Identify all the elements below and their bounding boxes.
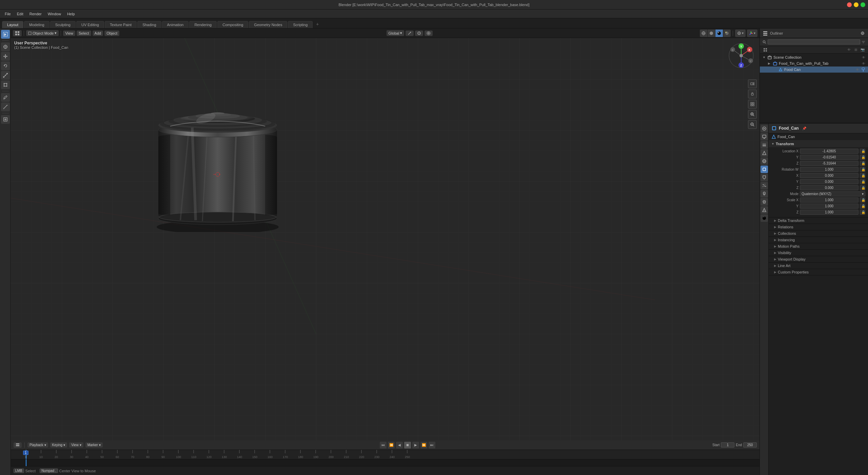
tab-uv-editing[interactable]: UV Editing (76, 21, 104, 28)
custom-properties-header[interactable]: ▶ Custom Properties (769, 269, 868, 275)
food-tin-eye[interactable]: 👁 (862, 62, 865, 65)
tab-shading[interactable]: Shading (137, 21, 161, 28)
location-y-value[interactable]: -0.61540 (800, 155, 859, 160)
object-menu-button[interactable]: Object (104, 31, 119, 36)
view-menu[interactable]: View ▾ (69, 442, 83, 448)
tab-scripting[interactable]: Scripting (288, 21, 313, 28)
jump-back-button[interactable]: ⏪ (388, 442, 395, 449)
tool-add-object[interactable] (1, 115, 10, 124)
select-menu-button[interactable]: Select (77, 31, 91, 36)
view-all-button[interactable] (748, 100, 757, 109)
marker-menu[interactable]: Marker ▾ (85, 442, 103, 448)
outliner-editor-icon[interactable] (763, 31, 768, 36)
tab-animation[interactable]: Animation (162, 21, 189, 28)
3d-viewport[interactable]: Object Mode ▾ View Select Add Object Glo… (11, 28, 760, 440)
menu-render[interactable]: Render (27, 11, 44, 17)
motion-paths-header[interactable]: ▶ Motion Paths (769, 243, 868, 249)
prop-tab-particles[interactable] (761, 182, 768, 189)
prop-tab-object[interactable] (761, 166, 768, 173)
location-x-lock[interactable]: 🔒 (860, 149, 865, 154)
rotation-w-value[interactable]: 1.000 (800, 167, 859, 172)
scale-z-lock[interactable]: 🔒 (860, 210, 865, 215)
collections-header[interactable]: ▶ Collections (769, 230, 868, 236)
scale-x-lock[interactable]: 🔒 (860, 197, 865, 203)
gizmo-button[interactable]: ▾ (747, 30, 757, 37)
tool-rotate[interactable] (1, 61, 10, 70)
prop-tab-data[interactable] (761, 206, 768, 214)
rotation-w-lock[interactable]: 🔒 (860, 167, 865, 172)
editor-type-tl-button[interactable] (14, 442, 22, 448)
outliner-food-tin-can-obj[interactable]: ▶ Food_Tin_Can_with_Pull_Tab 👁 (760, 60, 868, 66)
prop-tab-physics[interactable] (761, 190, 768, 197)
navigation-gizmo[interactable]: X X Y Y (728, 42, 755, 69)
jump-to-end-button[interactable]: ⏭ (429, 442, 435, 449)
outliner-food-can-mesh[interactable]: ▶ Food Can 👁 (760, 66, 868, 73)
add-menu-button[interactable]: Add (93, 31, 103, 36)
tab-compositing[interactable]: Compositing (217, 21, 248, 28)
transform-orientation-button[interactable] (406, 31, 414, 36)
close-window-button[interactable] (847, 2, 852, 7)
current-frame-box[interactable]: 1 (23, 451, 28, 455)
prop-tab-render[interactable] (761, 125, 768, 132)
tab-texture-paint[interactable]: Texture Paint (105, 21, 137, 28)
tab-sculpting[interactable]: Sculpting (50, 21, 76, 28)
tab-rendering[interactable]: Rendering (189, 21, 217, 28)
play-reverse-button[interactable]: ◀ (396, 442, 403, 449)
filter-eye-icon[interactable]: 👁 (846, 47, 852, 53)
tool-annotate[interactable] (1, 93, 10, 102)
menu-edit[interactable]: Edit (14, 11, 26, 17)
playback-menu[interactable]: Playback ▾ (27, 442, 48, 448)
prop-tab-scene[interactable] (761, 149, 768, 157)
visibility-header[interactable]: ▶ Visibility (769, 250, 868, 256)
location-x-value[interactable]: -1.42805 (800, 149, 859, 154)
maximize-window-button[interactable] (861, 2, 865, 7)
tool-scale[interactable] (1, 71, 10, 80)
location-z-value[interactable]: -5.31644 (800, 161, 859, 166)
scene-collection-eye[interactable]: 👁 (862, 56, 865, 59)
stop-button[interactable]: ⏹ (404, 442, 411, 449)
tool-cursor[interactable] (1, 42, 10, 51)
overlay-button[interactable]: ▾ (735, 30, 746, 37)
proportional-edit-button[interactable] (425, 31, 433, 36)
timeline-track-area[interactable] (11, 459, 760, 466)
camera-view-button[interactable] (748, 79, 757, 88)
outliner-options-icon[interactable] (860, 31, 865, 36)
rotation-y-value[interactable]: 0.000 (800, 179, 859, 184)
filter-all-icon[interactable] (763, 47, 768, 53)
food-can-eye[interactable]: 👁 (856, 68, 859, 72)
rotation-x-value[interactable]: 0.000 (800, 173, 859, 178)
shading-rendered-btn[interactable] (723, 30, 731, 37)
scale-y-value[interactable]: 1.000 (800, 204, 859, 209)
rotation-x-lock[interactable]: 🔒 (860, 173, 865, 178)
tool-select[interactable] (1, 30, 10, 39)
shading-material-btn[interactable] (715, 30, 723, 37)
location-y-lock[interactable]: 🔒 (860, 155, 865, 160)
play-button[interactable]: ▶ (412, 442, 419, 449)
prop-tab-world[interactable] (761, 157, 768, 165)
end-frame-input[interactable] (743, 442, 757, 448)
viewport-display-header[interactable]: ▶ Viewport Display (769, 256, 868, 262)
tab-geometry-nodes[interactable]: Geometry Nodes (249, 21, 287, 28)
editor-type-button[interactable] (13, 30, 22, 36)
zoom-out-button[interactable] (748, 120, 757, 129)
scale-z-value[interactable]: 1.000 (800, 210, 859, 215)
prop-tab-constraints[interactable] (761, 198, 768, 206)
tab-layout[interactable]: Layout (2, 21, 23, 28)
tab-modeling[interactable]: Modeling (24, 21, 50, 28)
jump-forward-button[interactable]: ⏩ (420, 442, 427, 449)
prop-tab-view-layer[interactable] (761, 141, 768, 149)
add-workspace-button[interactable]: + (313, 20, 321, 28)
menu-help[interactable]: Help (64, 11, 78, 17)
prop-tab-output[interactable] (761, 133, 768, 140)
rotation-mode-dropdown[interactable]: Quaternion (WXYZ) ▾ (800, 191, 865, 196)
keying-menu[interactable]: Keying ▾ (50, 442, 67, 448)
scale-y-lock[interactable]: 🔒 (860, 204, 865, 209)
menu-window[interactable]: Window (45, 11, 64, 17)
relations-header[interactable]: ▶ Relations (769, 224, 868, 230)
tool-transform[interactable] (1, 80, 10, 89)
transform-section-header[interactable]: ▼ Transform (769, 140, 868, 147)
tool-move[interactable] (1, 52, 10, 61)
scale-x-value[interactable]: 1.000 (800, 197, 859, 203)
mode-dropdown[interactable]: Object Mode ▾ (26, 30, 59, 36)
shading-solid-btn[interactable] (708, 30, 715, 37)
